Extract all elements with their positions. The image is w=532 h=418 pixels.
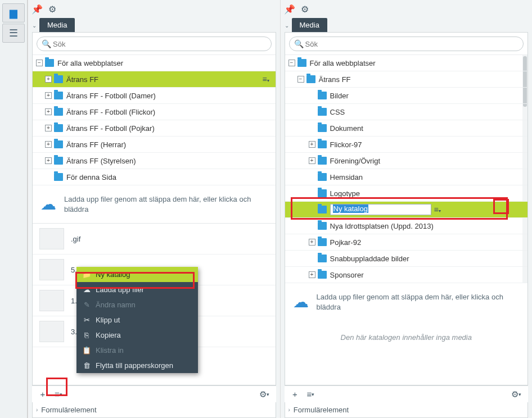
search-input[interactable] <box>37 37 272 51</box>
settings-button[interactable]: ⚙▾ <box>509 388 524 401</box>
add-button[interactable]: + <box>35 388 50 401</box>
tree-item[interactable]: +Flickor-97 <box>285 137 528 153</box>
right-bottombar: + ≡▾ ⚙▾ <box>285 385 529 402</box>
add-button[interactable]: + <box>288 388 303 401</box>
folder-icon <box>318 222 327 230</box>
media-tab[interactable]: Media <box>292 18 327 32</box>
menu-item-label: Kopiera <box>96 331 121 339</box>
tree-item-label: Dokument <box>330 124 525 133</box>
options-menu-button[interactable]: ≡▾ <box>304 388 318 401</box>
file-thumbnail <box>39 228 64 249</box>
tree-item[interactable]: +Förening/Övrigt <box>285 153 528 169</box>
search-input[interactable] <box>289 37 524 51</box>
expand-icon[interactable]: + <box>45 92 52 99</box>
tree-item[interactable]: +Ätrans FF - Fotboll (Flickor) <box>33 104 276 120</box>
list-tab-button[interactable]: ☰ <box>2 24 25 43</box>
folder-tab-button[interactable]: ▆ <box>2 3 25 22</box>
menu-item-kopiera[interactable]: ⎘Kopiera <box>76 328 198 343</box>
right-content: 🔍 −För alla webbplatser−Ätrans FFBilderC… <box>285 32 529 385</box>
form-elements-accordion[interactable]: › Formulärelement <box>32 402 276 418</box>
file-thumbnail <box>39 321 64 342</box>
upload-dropzone[interactable]: ☁ Ladda upp filer genom att släppa dem h… <box>33 185 276 223</box>
pin-icon[interactable]: 📌 <box>31 4 43 15</box>
settings-button[interactable]: ⚙▾ <box>257 388 272 401</box>
menu-item-ladda-upp-filer[interactable]: ☁Ladda upp filer <box>76 282 198 297</box>
collapse-icon[interactable]: − <box>297 76 304 83</box>
expand-icon[interactable]: + <box>309 271 315 278</box>
tree-item-label: Logotype <box>330 189 525 198</box>
folder-icon <box>318 206 327 213</box>
folder-icon <box>306 75 315 83</box>
menu-item-klipp-ut[interactable]: ✂Klipp ut <box>76 312 198 328</box>
paste-icon: 📋 <box>82 346 91 355</box>
tree-item[interactable]: +Ätrans FF≡▾ <box>33 71 276 88</box>
left-topbar: 📌 ⚙ <box>28 0 280 18</box>
upload-dropzone[interactable]: ☁ Ladda upp filer genom att släppa dem h… <box>285 283 528 321</box>
expand-icon[interactable]: + <box>45 141 52 148</box>
tree-item-label: Flickor-97 <box>330 140 525 149</box>
tree-item[interactable]: +Ätrans FF - Fotboll (Pojkar) <box>33 120 276 137</box>
tree-item-label: Ätrans FF - Fotboll (Flickor) <box>66 108 272 116</box>
tree-item-label: Snabbuppladdade bilder <box>330 255 525 263</box>
menu-item-label: Ändra namn <box>96 301 136 309</box>
options-menu-button[interactable]: ≡▾ <box>51 388 66 401</box>
expand-icon[interactable]: + <box>45 157 52 164</box>
tree-item[interactable]: −Ätrans FF <box>285 71 528 88</box>
expand-icon[interactable]: + <box>45 76 52 83</box>
form-elements-accordion[interactable]: › Formulärelement <box>285 402 529 418</box>
tree-item[interactable]: Bilder <box>285 88 528 104</box>
expand-icon[interactable]: + <box>45 125 52 131</box>
chevron-down-icon[interactable]: ⌄ <box>29 19 39 32</box>
search-icon: 🔍 <box>294 39 304 48</box>
expand-icon[interactable]: + <box>309 239 315 246</box>
tree-item-label: För denna Sida <box>66 173 272 181</box>
tree-root[interactable]: −För alla webbplatser <box>33 55 276 71</box>
expand-icon[interactable]: + <box>309 141 315 148</box>
tree-item[interactable]: Nya Idrottsplatsen (Uppd. 2013) <box>285 218 528 234</box>
tree-item-label: För alla webbplatser <box>57 59 272 67</box>
tree-item-label: Ätrans FF - Fotboll (Damer) <box>66 92 272 100</box>
left-tree: −För alla webbplatser+Ätrans FF≡▾+Ätrans… <box>33 54 276 185</box>
pin-icon[interactable]: 📌 <box>284 4 295 15</box>
tree-item-label: Förening/Övrigt <box>330 157 525 165</box>
file-name: .gif <box>71 235 80 243</box>
upload-hint-text: Ladda upp filer genom att släppa dem här… <box>64 194 268 214</box>
tree-root[interactable]: −För alla webbplatser <box>285 55 528 71</box>
tree-item-label: Ätrans FF (Herrar) <box>66 140 272 149</box>
gear-icon[interactable]: ⚙ <box>301 4 309 15</box>
tree-item[interactable]: +Pojkar-92 <box>285 234 528 251</box>
gear-icon[interactable]: ⚙ <box>48 4 56 15</box>
tree-item[interactable]: Snabbuppladdade bilder <box>285 251 528 267</box>
folder-icon <box>54 108 63 116</box>
collapse-icon[interactable]: − <box>36 60 43 66</box>
tree-item[interactable]: +Sponsorer <box>285 267 528 283</box>
tree-item[interactable]: +Ätrans FF - Fotboll (Damer) <box>33 88 276 104</box>
row-menu-button[interactable]: ≡▾ <box>431 205 444 214</box>
row-menu-button[interactable]: ≡▾ <box>260 75 272 84</box>
tree-item[interactable]: CSS <box>285 104 528 120</box>
expand-icon[interactable]: + <box>309 157 315 164</box>
tree-item-label: Sponsorer <box>330 271 525 279</box>
tree-item[interactable]: +Ätrans FF (Herrar) <box>33 137 276 153</box>
media-tab[interactable]: Media <box>39 18 75 32</box>
folder-name-input[interactable]: Ny katalog <box>330 204 431 215</box>
tree-item[interactable]: För denna Sida <box>33 169 276 185</box>
file-row[interactable]: .gif <box>33 224 276 255</box>
menu-item-ny-katalog[interactable]: 📁Ny katalog <box>76 267 198 282</box>
cloud-upload-icon: ☁ <box>293 293 309 311</box>
tree-item[interactable]: +Ätrans FF (Styrelsen) <box>33 153 276 169</box>
folder-icon <box>318 173 327 181</box>
tree-item[interactable]: Dokument <box>285 120 528 137</box>
menu-item-klistra-in: 📋Klistra in <box>76 343 198 358</box>
tree-item[interactable]: Hemsidan <box>285 169 528 185</box>
menu-item-label: Ny katalog <box>96 270 130 279</box>
tree-item[interactable]: Ny katalog≡▾ <box>285 202 528 218</box>
collapse-icon[interactable]: − <box>288 60 295 66</box>
chevron-down-icon[interactable]: ⌄ <box>282 19 292 32</box>
tree-item-label: Ätrans FF <box>319 75 525 84</box>
tree-item[interactable]: Logotype <box>285 185 528 202</box>
folder-icon <box>45 59 54 67</box>
expand-icon[interactable]: + <box>45 108 52 115</box>
folder-icon <box>318 140 327 148</box>
menu-item-flytta-till-papperskorgen[interactable]: 🗑Flytta till papperskorgen <box>76 358 198 373</box>
